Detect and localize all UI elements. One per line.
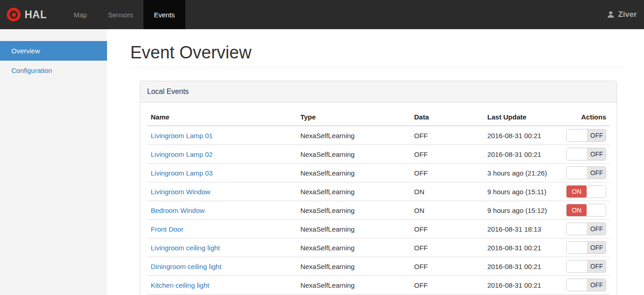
navbar-item-map[interactable]: Map xyxy=(63,0,97,29)
header-data: Data xyxy=(410,109,484,126)
event-data-value: OFF xyxy=(410,145,484,164)
event-data-value: OFF xyxy=(410,220,484,238)
local-events-panel: Local Events Name Type Data Last Update … xyxy=(140,81,617,295)
event-name-link[interactable]: Livingroom Lamp 01 xyxy=(151,132,213,140)
event-type: NexaSelfLearning xyxy=(296,182,410,201)
event-data-value: OFF xyxy=(410,164,484,182)
event-type: NexaSelfLearning xyxy=(296,238,410,257)
event-name-link[interactable]: Diningroom ceiling light xyxy=(151,263,221,270)
table-row: Livingroom Lamp 02 NexaSelfLearning OFF … xyxy=(147,145,610,164)
action-toggle-switch[interactable]: OFF xyxy=(566,129,606,142)
sidebar-item-configuration[interactable]: Configuration xyxy=(0,61,107,80)
title-divider xyxy=(130,67,625,68)
event-actions-cell: OFF xyxy=(562,145,610,164)
user-icon xyxy=(607,10,615,19)
toggle-handle xyxy=(567,242,587,254)
page-title: Event Overview xyxy=(130,43,625,62)
event-type: NexaSelfLearning xyxy=(296,220,410,238)
event-type: NexaSelfLearning xyxy=(296,257,410,276)
event-actions-cell: ON xyxy=(562,182,610,201)
event-type: NexaSelfLearning xyxy=(296,276,410,295)
header-name: Name xyxy=(147,109,296,126)
action-toggle-switch[interactable]: OFF xyxy=(566,279,606,291)
action-toggle-switch[interactable]: ON xyxy=(566,204,606,217)
bullseye-logo-icon xyxy=(7,8,20,21)
event-type: NexaSelfLearning xyxy=(296,164,410,182)
header-type: Type xyxy=(296,109,410,126)
event-last-update: 2016-08-31 18:13 xyxy=(484,220,562,238)
panel-title: Local Events xyxy=(140,81,617,103)
event-name-link[interactable]: Livingroom Lamp 03 xyxy=(151,169,213,177)
event-last-update: 2016-08-31 00:21 xyxy=(484,257,562,276)
toggle-off-label: OFF xyxy=(587,129,606,141)
action-toggle-switch[interactable]: OFF xyxy=(566,241,606,254)
event-actions-cell: OFF xyxy=(562,238,610,257)
event-type: NexaSelfLearning xyxy=(296,145,410,164)
event-actions-cell: OFF xyxy=(562,164,610,182)
event-type: NexaSelfLearning xyxy=(296,201,410,220)
navbar-item-sensors[interactable]: Sensors xyxy=(97,0,143,29)
event-last-update: 2016-08-31 00:21 xyxy=(484,276,562,295)
action-toggle-switch[interactable]: ON xyxy=(566,185,606,198)
sidebar-item-overview[interactable]: Overview xyxy=(0,41,107,61)
sidebar: OverviewConfiguration xyxy=(0,29,107,295)
event-name-link[interactable]: Livingroom Window xyxy=(151,188,210,196)
event-actions-cell: OFF xyxy=(562,257,610,276)
event-data-value: OFF xyxy=(410,126,484,145)
toggle-on-label: ON xyxy=(567,204,587,216)
toggle-handle xyxy=(567,223,587,235)
header-actions: Actions xyxy=(562,109,610,126)
action-toggle-switch[interactable]: OFF xyxy=(566,260,606,273)
event-actions-cell: OFF xyxy=(562,126,610,145)
event-data-value: OFF xyxy=(410,257,484,276)
toggle-handle xyxy=(567,260,587,272)
toggle-off-label: OFF xyxy=(587,167,606,179)
event-name-link[interactable]: Livingroom ceiling light xyxy=(151,244,220,252)
user-menu[interactable]: Ziver xyxy=(599,0,644,29)
event-name-link[interactable]: Front Door xyxy=(151,225,184,233)
brand-label: HAL xyxy=(25,9,47,21)
event-last-update: 2016-08-31 00:21 xyxy=(484,238,562,257)
event-name-link[interactable]: Kitchen ceiling light xyxy=(151,281,209,289)
event-last-update: 9 hours ago (15:12) xyxy=(484,201,562,220)
table-row: Livingroom ceiling light NexaSelfLearnin… xyxy=(147,238,610,257)
table-row: Diningroom ceiling light NexaSelfLearnin… xyxy=(147,257,610,276)
top-navbar: HAL MapSensorsEvents Ziver xyxy=(0,0,644,29)
event-name-link[interactable]: Bedroom Window xyxy=(151,207,204,214)
events-table: Name Type Data Last Update Actions Livin… xyxy=(147,109,610,295)
event-last-update: 3 hours ago (21:26) xyxy=(484,164,562,182)
action-toggle-switch[interactable]: OFF xyxy=(566,166,606,179)
toggle-handle xyxy=(587,204,606,216)
toggle-handle xyxy=(587,186,606,197)
toggle-off-label: OFF xyxy=(587,242,606,254)
event-last-update: 9 hours ago (15:11) xyxy=(484,182,562,201)
event-actions-cell: ON xyxy=(562,201,610,220)
event-data-value: OFF xyxy=(410,238,484,257)
brand[interactable]: HAL xyxy=(0,0,55,29)
event-data-value: OFF xyxy=(410,276,484,295)
toggle-on-label: ON xyxy=(567,186,587,197)
navbar-spacer xyxy=(185,0,600,29)
navbar-item-events[interactable]: Events xyxy=(143,0,185,29)
toggle-handle xyxy=(567,167,587,179)
table-row: Bedroom Window NexaSelfLearning ON 9 hou… xyxy=(147,201,610,220)
table-row: Kitchen ceiling light NexaSelfLearning O… xyxy=(147,276,610,295)
table-header-row: Name Type Data Last Update Actions xyxy=(147,109,610,126)
toggle-handle xyxy=(567,129,587,141)
event-actions-cell: OFF xyxy=(562,276,610,295)
event-type: NexaSelfLearning xyxy=(296,126,410,145)
event-actions-cell: OFF xyxy=(562,220,610,238)
table-row: Livingroom Lamp 03 NexaSelfLearning OFF … xyxy=(147,164,610,182)
table-row: Livingroom Lamp 01 NexaSelfLearning OFF … xyxy=(147,126,610,145)
event-name-link[interactable]: Livingroom Lamp 02 xyxy=(151,150,213,158)
toggle-handle xyxy=(567,148,587,160)
event-data-value: ON xyxy=(410,201,484,220)
panel-body: Name Type Data Last Update Actions Livin… xyxy=(140,103,617,295)
action-toggle-switch[interactable]: OFF xyxy=(566,223,606,235)
toggle-handle xyxy=(567,279,587,291)
main-content: Event Overview Local Events Name Type Da… xyxy=(107,29,644,295)
action-toggle-switch[interactable]: OFF xyxy=(566,148,606,160)
event-last-update: 2016-08-31 00:21 xyxy=(484,145,562,164)
toggle-off-label: OFF xyxy=(587,223,606,235)
event-data-value: ON xyxy=(410,182,484,201)
